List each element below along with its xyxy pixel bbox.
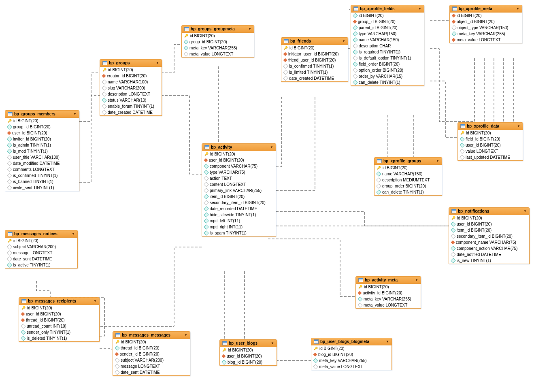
column-row[interactable]: 🔑id BIGINT(20) <box>182 33 254 39</box>
collapse-icon[interactable]: ▼ <box>516 7 519 11</box>
column-row[interactable]: message LONGTEXT <box>113 363 190 369</box>
table-header[interactable]: bp_groups_members ▼ <box>5 111 79 118</box>
table-header[interactable]: bp_groups ▼ <box>100 60 162 67</box>
column-row[interactable]: component_name VARCHAR(75) <box>449 239 529 245</box>
column-row[interactable]: activity_id BIGINT(20) <box>356 290 421 296</box>
column-row[interactable]: last_updated DATETIME <box>458 154 523 160</box>
column-row[interactable]: value LONGTEXT <box>458 148 523 154</box>
column-row[interactable]: date_created DATETIME <box>100 109 162 115</box>
column-row[interactable]: meta_value LONGTEXT <box>311 364 392 370</box>
column-row[interactable]: type VARCHAR(150) <box>351 31 424 37</box>
table-header[interactable]: bp_notifications ▼ <box>449 208 529 215</box>
column-row[interactable]: is_spam TINYINT(1) <box>202 230 276 236</box>
column-row[interactable]: 🔑id BIGINT(20) <box>100 67 162 73</box>
column-row[interactable]: group_id BIGINT(20) <box>182 39 254 45</box>
column-row[interactable]: id BIGINT(20) <box>351 13 424 19</box>
column-row[interactable]: component VARCHAR(75) <box>202 163 276 169</box>
column-row[interactable]: field_order BIGINT(20) <box>351 61 424 67</box>
column-row[interactable]: 🔑id BIGINT(20) <box>311 345 392 352</box>
collapse-icon[interactable]: ▼ <box>73 112 77 116</box>
table-header[interactable]: bp_groups_groupmeta ▼ <box>182 26 254 33</box>
table-bp-groups[interactable]: bp_groups ▼ 🔑id BIGINT(20)creator_id BIG… <box>100 59 162 116</box>
collapse-icon[interactable]: ▼ <box>415 278 418 282</box>
column-row[interactable]: user_id BIGINT(20) <box>5 130 79 136</box>
column-row[interactable]: hide_sitewide TINYINT(1) <box>202 212 276 218</box>
collapse-icon[interactable]: ▼ <box>72 232 75 236</box>
column-row[interactable]: item_id BIGINT(20) <box>202 194 276 200</box>
table-bp-messages-recipients[interactable]: bp_messages_recipients ▼ 🔑id BIGINT(20)u… <box>19 297 100 342</box>
table-bp-xprofile-groups[interactable]: bp_xprofile_groups ▼ 🔑id BIGINT(20)name … <box>374 157 442 196</box>
column-row[interactable]: date_notified DATETIME <box>449 251 529 258</box>
collapse-icon[interactable]: ▼ <box>156 61 159 65</box>
column-row[interactable]: user_id BIGINT(20) <box>202 157 276 163</box>
column-row[interactable]: slug VARCHAR(200) <box>100 85 162 91</box>
collapse-icon[interactable]: ▼ <box>94 299 97 303</box>
column-row[interactable]: is_required TINYINT(1) <box>351 49 424 55</box>
column-row[interactable]: description LONGTEXT <box>100 91 162 97</box>
column-row[interactable]: is_new TINYINT(1) <box>449 258 529 264</box>
column-row[interactable]: thread_id BIGINT(20) <box>113 345 190 351</box>
table-header[interactable]: bp_xprofile_fields ▼ <box>351 5 424 13</box>
table-header[interactable]: bp_messages_messages ▼ <box>113 332 190 339</box>
column-row[interactable]: object_type VARCHAR(150) <box>450 25 522 31</box>
column-row[interactable]: is_confirmed TINYINT(1) <box>5 173 79 179</box>
column-row[interactable]: subject VARCHAR(200) <box>5 244 77 250</box>
column-row[interactable]: subject VARCHAR(200) <box>113 357 190 363</box>
column-row[interactable]: date_recorded DATETIME <box>202 206 276 212</box>
table-bp-groups-members[interactable]: bp_groups_members ▼ 🔑id BIGINT(20)group_… <box>5 110 79 191</box>
column-row[interactable]: object_id BIGINT(20) <box>450 19 522 25</box>
column-row[interactable]: content LONGTEXT <box>202 181 276 187</box>
table-bp-user-blogs[interactable]: bp_user_blogs ▼ 🔑id BIGINT(20)user_id BI… <box>219 339 277 366</box>
column-row[interactable]: description CHAR <box>351 43 424 49</box>
column-row[interactable]: description MEDIUMTEXT <box>375 177 442 183</box>
column-row[interactable]: field_id BIGINT(20) <box>458 136 523 142</box>
column-row[interactable]: inviter_id BIGINT(20) <box>5 136 79 142</box>
collapse-icon[interactable]: ▼ <box>418 7 421 11</box>
column-row[interactable]: name VARCHAR(100) <box>100 79 162 85</box>
column-row[interactable]: group_id BIGINT(20) <box>351 19 424 25</box>
column-row[interactable]: 🔑id BIGINT(20) <box>113 339 190 345</box>
column-row[interactable]: secondary_item_id BIGINT(20) <box>202 200 276 206</box>
table-header[interactable]: bp_user_blogs ▼ <box>220 340 277 347</box>
collapse-icon[interactable]: ▼ <box>436 159 439 163</box>
column-row[interactable]: 🔑id BIGINT(20) <box>458 130 523 136</box>
column-row[interactable]: 🔑id BIGINT(20) <box>375 165 442 171</box>
column-row[interactable]: 🔑id BIGINT(20) <box>5 118 79 124</box>
column-row[interactable]: friend_user_id BIGINT(20) <box>281 57 348 63</box>
table-bp-messages-notices[interactable]: bp_messages_notices ▼ 🔑id BIGINT(20)subj… <box>5 230 78 268</box>
column-row[interactable]: name VARCHAR(150) <box>375 171 442 177</box>
column-row[interactable]: user_title VARCHAR(100) <box>5 154 79 160</box>
column-row[interactable]: comments LONGTEXT <box>5 166 79 173</box>
table-header[interactable]: bp_user_blogs_blogmeta ▼ <box>311 338 392 345</box>
column-row[interactable]: component_action VARCHAR(75) <box>449 245 529 251</box>
column-row[interactable]: 🔑id BIGINT(20) <box>5 238 77 244</box>
collapse-icon[interactable]: ▼ <box>517 124 520 128</box>
column-row[interactable]: can_delete TINYINT(1) <box>351 79 424 85</box>
collapse-icon[interactable]: ▼ <box>271 341 274 345</box>
column-row[interactable]: creator_id BIGINT(20) <box>100 73 162 79</box>
column-row[interactable]: id BIGINT(20) <box>450 13 522 19</box>
table-header[interactable]: bp_messages_notices ▼ <box>5 230 77 238</box>
column-row[interactable]: date_sent DATETIME <box>5 256 77 262</box>
column-row[interactable]: enable_forum TINYINT(1) <box>100 103 162 109</box>
collapse-icon[interactable]: ▼ <box>342 39 345 43</box>
table-header[interactable]: bp_xprofile_data ▼ <box>458 123 523 130</box>
column-row[interactable]: is_deleted TINYINT(1) <box>19 335 99 341</box>
table-header[interactable]: bp_activity_meta ▼ <box>356 277 421 284</box>
table-bp-user-blogs-blogmeta[interactable]: bp_user_blogs_blogmeta ▼ 🔑id BIGINT(20)b… <box>311 338 392 370</box>
column-row[interactable]: parent_id BIGINT(20) <box>351 25 424 31</box>
collapse-icon[interactable]: ▼ <box>523 209 527 213</box>
column-row[interactable]: 🔑id BIGINT(20) <box>19 305 99 311</box>
column-row[interactable]: blog_id BIGINT(20) <box>311 352 392 358</box>
column-row[interactable]: status VARCHAR(10) <box>100 97 162 103</box>
column-row[interactable]: date_created DATETIME <box>281 75 348 81</box>
table-bp-xprofile-data[interactable]: bp_xprofile_data ▼ 🔑id BIGINT(20)field_i… <box>458 122 523 161</box>
column-row[interactable]: action TEXT <box>202 175 276 181</box>
column-row[interactable]: is_banned TINYINT(1) <box>5 179 79 185</box>
column-row[interactable]: 🔑id BIGINT(20) <box>449 215 529 221</box>
table-header[interactable]: bp_xprofile_groups ▼ <box>375 158 442 165</box>
column-row[interactable]: date_sent DATETIME <box>113 369 190 375</box>
table-bp-groups-groupmeta[interactable]: bp_groups_groupmeta ▼ 🔑id BIGINT(20)grou… <box>181 25 254 58</box>
column-row[interactable]: user_id BIGINT(20) <box>19 311 99 317</box>
table-header[interactable]: bp_messages_recipients ▼ <box>19 298 99 305</box>
